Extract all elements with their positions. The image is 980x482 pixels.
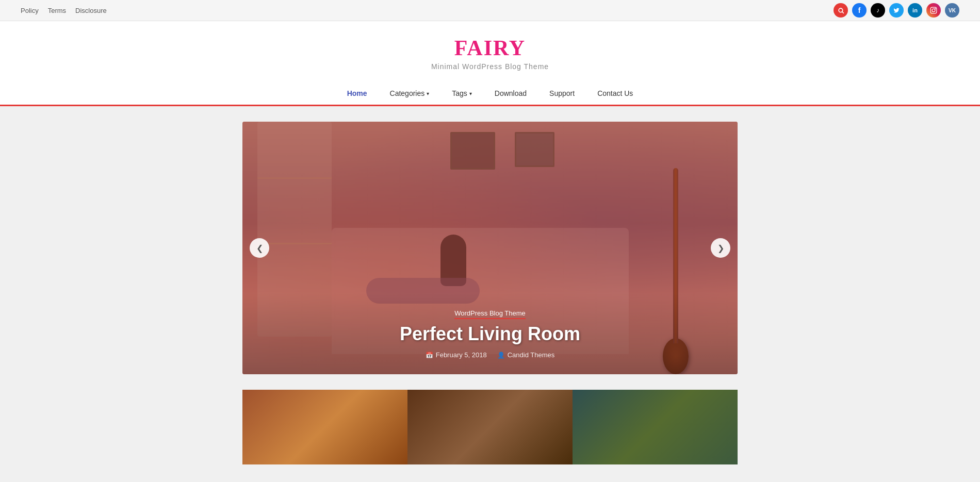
tiktok-icon[interactable]: ♪ xyxy=(871,3,885,18)
featured-slider: ❮ ❯ WordPress Blog Theme Perfect Living … xyxy=(242,122,738,374)
slide-date: 📅 February 5, 2018 xyxy=(426,351,487,359)
site-title: FAIRY xyxy=(10,36,970,60)
site-subtitle: Minimal WordPress Blog Theme xyxy=(10,62,970,71)
svg-line-1 xyxy=(842,12,843,13)
nav-tags[interactable]: Tags ▾ xyxy=(440,82,483,105)
instagram-icon[interactable] xyxy=(926,3,941,18)
nav-home[interactable]: Home xyxy=(336,82,379,105)
nav-support[interactable]: Support xyxy=(538,82,586,105)
policy-link[interactable]: Policy xyxy=(21,7,39,14)
slide-caption: WordPress Blog Theme Perfect Living Room… xyxy=(242,293,738,374)
social-icons: f ♪ in VK xyxy=(834,3,959,18)
top-bar-links: Policy Terms Disclosure xyxy=(21,7,107,14)
svg-point-4 xyxy=(935,8,936,9)
slide-author: 👤 Candid Themes xyxy=(497,351,555,359)
slide-date-text: February 5, 2018 xyxy=(436,351,487,359)
calendar-icon: 📅 xyxy=(426,352,433,359)
card-thumb-2[interactable] xyxy=(407,390,573,464)
categories-dropdown-arrow: ▾ xyxy=(427,91,429,96)
terms-link[interactable]: Terms xyxy=(48,7,66,14)
tags-dropdown-arrow: ▾ xyxy=(469,91,472,96)
disclosure-link[interactable]: Disclosure xyxy=(75,7,107,14)
linkedin-icon[interactable]: in xyxy=(908,3,922,18)
main-nav: Home Categories ▾ Tags ▾ Download Suppor… xyxy=(0,82,980,106)
slide-meta: 📅 February 5, 2018 👤 Candid Themes xyxy=(258,351,722,359)
facebook-icon[interactable]: f xyxy=(852,3,867,18)
svg-point-3 xyxy=(932,9,935,12)
card-grid xyxy=(242,390,738,464)
site-header: FAIRY Minimal WordPress Blog Theme xyxy=(0,21,980,82)
card-thumb-3[interactable] xyxy=(573,390,738,464)
slider-next-button[interactable]: ❯ xyxy=(711,238,730,258)
vk-icon[interactable]: VK xyxy=(945,3,959,18)
slide-author-text: Candid Themes xyxy=(508,351,555,359)
svg-rect-2 xyxy=(930,7,937,13)
nav-contact[interactable]: Contact Us xyxy=(586,82,644,105)
nav-download[interactable]: Download xyxy=(483,82,538,105)
content-area: ❮ ❯ WordPress Blog Theme Perfect Living … xyxy=(0,106,980,480)
search-icon[interactable] xyxy=(834,3,848,18)
slider-prev-button[interactable]: ❮ xyxy=(250,238,269,258)
slider-image: ❮ ❯ WordPress Blog Theme Perfect Living … xyxy=(242,122,738,374)
card-thumb-1[interactable] xyxy=(242,390,407,464)
person-icon: 👤 xyxy=(497,352,505,359)
slide-category: WordPress Blog Theme xyxy=(454,309,526,319)
nav-categories[interactable]: Categories ▾ xyxy=(379,82,441,105)
slide-title[interactable]: Perfect Living Room xyxy=(258,323,722,345)
top-bar: Policy Terms Disclosure f ♪ in VK xyxy=(0,0,980,21)
twitter-icon[interactable] xyxy=(889,3,904,18)
